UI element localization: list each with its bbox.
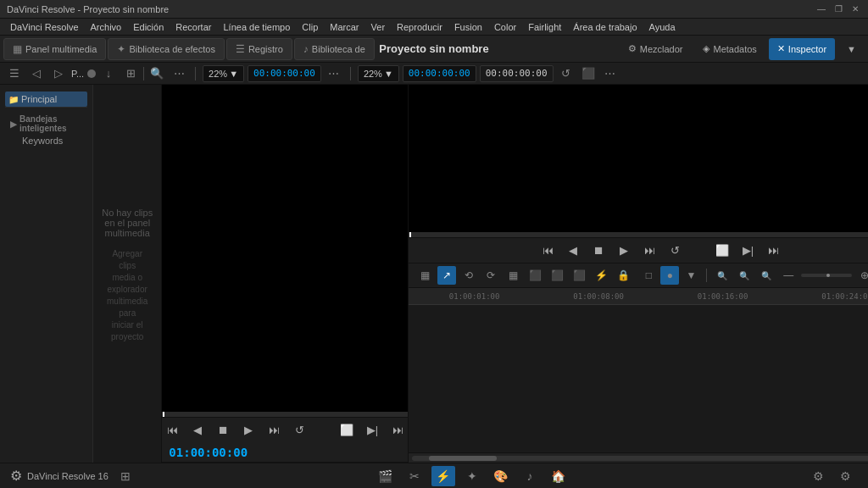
zoom-right[interactable]: 22% ▼ [358,65,399,82]
tool-overwrite[interactable]: ⬛ [526,266,544,285]
right-scrubber-handle[interactable] [409,232,411,237]
left-scrubber-handle[interactable] [163,412,164,417]
menu-clip[interactable]: Clip [297,19,323,35]
zoom-out-btn[interactable]: 🔍 [735,266,754,285]
page-cut-btn[interactable]: ✂ [403,466,426,486]
zoom-fit-btn[interactable]: 🔍 [757,266,776,285]
expand-button[interactable]: ▼ [838,38,865,60]
timecode-more-left[interactable]: ⋯ [325,65,343,82]
metadatos-button[interactable]: ◈ Metadatos [694,38,765,60]
sidebar-folder-principal[interactable]: 📁 Principal [5,92,87,107]
step-back-btn[interactable]: ◀ [187,420,208,441]
page-color-btn[interactable]: 🎨 [489,466,513,486]
zoom-slider[interactable] [801,274,852,277]
menu-reproducir[interactable]: Reproducir [392,19,448,35]
color-flag[interactable]: □ [639,266,658,285]
mezclador-icon: ⚙ [628,43,637,54]
timecode-right[interactable]: 00:00:00:00 [403,65,476,82]
right-loop-btn[interactable]: ↺ [665,241,685,261]
tool-redo[interactable]: ⟳ [481,266,500,285]
last-frame-btn[interactable]: ⏭ [387,420,408,441]
next-frame-btn[interactable]: ⏭ [264,420,284,441]
tab-registro[interactable]: ☰ Registro [226,38,292,60]
timecode-left[interactable]: 00:00:00:00 [248,65,321,82]
menu-ayuda[interactable]: Ayuda [644,19,681,35]
inspector-button[interactable]: ✕ Inspector [769,38,835,60]
right-play-to-end-btn[interactable]: ▶| [737,241,758,261]
search-icon[interactable]: 🔍 [147,65,166,82]
database-icon[interactable]: ⊞ [114,466,137,486]
minimize-button[interactable]: — [815,3,827,15]
color-chevron[interactable]: ▼ [682,266,700,285]
tool-link[interactable]: ⚡ [592,266,610,285]
menu-davinci[interactable]: DaVinci Resolve [5,19,84,35]
tool-ripple[interactable]: ⬛ [570,266,588,285]
tool-insert[interactable]: ▦ [504,266,522,285]
page-fairlight-btn[interactable]: ♪ [518,466,542,486]
viewer-options-icon[interactable]: ⬛ [579,65,598,82]
right-next-btn[interactable]: ⏭ [639,241,659,261]
page-deliver-btn[interactable]: 🏠 [547,466,570,486]
workspace-icon[interactable]: ⚙ [834,466,858,486]
tool-select[interactable]: ▦ [415,266,434,285]
menu-edicion[interactable]: Edición [128,19,169,35]
right-stop-btn[interactable]: ⏹ [588,241,609,261]
tab-biblioteca-efectos[interactable]: ✦ Biblioteca de efectos [108,38,225,60]
page-fusion-btn[interactable]: ✦ [460,466,484,486]
grid-icon[interactable]: ⊞ [121,65,140,82]
keywords-item[interactable]: Keywords [10,133,82,148]
tool-replace[interactable]: ⬛ [548,266,566,285]
menu-recortar[interactable]: Recortar [170,19,216,35]
tool-undo[interactable]: ⟲ [459,266,478,285]
left-scrubber[interactable] [162,412,408,417]
play-btn-left[interactable]: ▶ [238,420,259,441]
tab-biblioteca-detalle[interactable]: ♪ Biblioteca de [294,38,375,60]
loop-btn-left[interactable]: ↺ [289,420,309,441]
tool-snap[interactable]: 🔒 [614,266,632,285]
mezclador-button[interactable]: ⚙ Mezclador [620,38,692,60]
scrollbar-track[interactable] [412,456,868,461]
loop-icon[interactable]: ↺ [557,65,576,82]
page-media-btn[interactable]: 🎬 [374,466,398,486]
more-icon[interactable]: ⋯ [170,65,188,82]
menu-ver[interactable]: Ver [366,19,391,35]
right-scrubber[interactable] [409,232,868,237]
close-button[interactable]: ✕ [849,3,861,15]
smart-bins-toggle[interactable]: ▶ Bandejas inteligentes [10,114,82,133]
timecode-more-right[interactable]: ⋯ [601,65,620,82]
right-prev-btn[interactable]: ⏮ [537,241,558,261]
menu-linea-tiempo[interactable]: Línea de tiempo [218,19,295,35]
menu-fairlight[interactable]: Fairlight [523,19,566,35]
color-active[interactable]: ● [660,266,679,285]
window-controls[interactable]: — ❐ ✕ [815,3,861,15]
timecode-right-alt[interactable]: 00:00:00:00 [480,65,554,82]
timeline-scrollbar[interactable] [409,452,868,463]
menu-area-trabajo[interactable]: Área de trabajo [568,19,642,35]
view-toggle-icon[interactable]: ☰ [5,65,24,82]
viewer-icon-btn[interactable]: ⬜ [337,420,357,441]
settings-icon[interactable]: ⚙ [807,466,831,486]
menu-color[interactable]: Color [489,19,521,35]
play-to-end-btn[interactable]: ▶| [362,420,382,441]
right-viewer-icon-btn[interactable]: ⬜ [712,241,732,261]
tool-pointer[interactable]: ↗ [437,266,456,285]
back-icon[interactable]: ◁ [27,65,46,82]
stop-btn-left[interactable]: ⏹ [213,420,233,441]
scrollbar-thumb[interactable] [429,456,497,461]
menu-marcar[interactable]: Marcar [325,19,364,35]
menu-fusion[interactable]: Fusion [449,19,487,35]
tab-panel-multimedia[interactable]: ▦ Panel multimedia [3,38,106,60]
sort-icon[interactable]: ↓ [99,65,118,82]
right-step-back-btn[interactable]: ◀ [563,241,583,261]
right-play-btn[interactable]: ▶ [614,241,634,261]
right-last-frame-btn[interactable]: ⏭ [763,241,783,261]
zoom-plus[interactable]: ⊕ [855,266,868,285]
zoom-left[interactable]: 22% ▼ [203,65,244,82]
zoom-in-btn[interactable]: 🔍 [713,266,732,285]
page-edit-btn[interactable]: ⚡ [431,466,455,486]
zoom-minus[interactable]: — [779,266,798,285]
menu-archivo[interactable]: Archivo [86,19,127,35]
prev-clip-btn[interactable]: ⏮ [162,420,182,441]
maximize-button[interactable]: ❐ [832,3,844,15]
forward-icon[interactable]: ▷ [49,65,68,82]
